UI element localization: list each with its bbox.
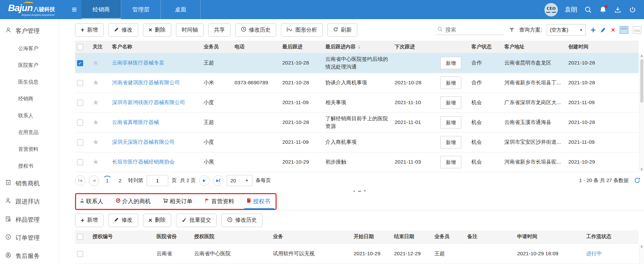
sidebar-item-dealer[interactable]: 经销商 bbox=[0, 90, 59, 107]
split-view-toggle[interactable] bbox=[620, 26, 628, 34]
goto-page-input[interactable] bbox=[147, 175, 168, 186]
auth-add-button[interactable]: + 新增 bbox=[75, 214, 104, 227]
menu-item-management[interactable]: 管理层 bbox=[121, 0, 161, 19]
sidebar-item-order-management[interactable]: ¥ 订单管理 bbox=[0, 229, 59, 247]
star-icon[interactable]: ★ bbox=[93, 79, 99, 86]
menu-item-desktop[interactable]: 桌面 bbox=[161, 0, 201, 19]
prev-page-button[interactable]: ◀ bbox=[89, 175, 99, 186]
tab-first-camp-data[interactable]: 首营资料 bbox=[205, 194, 234, 209]
scroll-up-icon[interactable]: ∧ bbox=[640, 244, 643, 249]
search-input[interactable] bbox=[445, 27, 499, 33]
sidebar-item-after-sales[interactable]: 售后服务 bbox=[0, 247, 59, 264]
star-icon[interactable]: ★ bbox=[93, 118, 99, 126]
notification-bell-icon[interactable] bbox=[599, 6, 607, 14]
tab-authorization[interactable]: 授权书 bbox=[246, 194, 270, 209]
row-checkbox[interactable] bbox=[77, 159, 83, 165]
table-row[interactable]: ✓ ★ 云南菲林医疗器械专卖 王超 2021-10-28 云南省中心医院签约后续… bbox=[75, 53, 639, 73]
sidebar-item-first-camp-data[interactable]: 首营资料 bbox=[0, 141, 59, 158]
query-plan-select[interactable]: (空方案) ▼ bbox=[547, 24, 586, 36]
scrollbar-thumb[interactable] bbox=[640, 59, 643, 103]
edit-plan-button[interactable] bbox=[600, 27, 606, 33]
auth-delete-button[interactable]: × 删除 bbox=[143, 214, 172, 227]
star-icon[interactable]: ★ bbox=[93, 138, 99, 146]
table-row[interactable]: ★ 云南省真唯医疗器械 王超 2021-10-28 了解经销商目前手上的医院资源… bbox=[75, 113, 639, 132]
table-row[interactable]: ★ 长垣市医疗器械经销商协会 小黑 2021-10-29 初步接触 2021-1… bbox=[75, 152, 639, 172]
auth-history-button[interactable]: 修改历史 bbox=[221, 214, 262, 227]
sidebar-item-public-customers[interactable]: 公海客户 bbox=[0, 40, 59, 57]
page-number-1[interactable]: 1 bbox=[103, 176, 112, 185]
sidebar-item-sample-management[interactable]: 样品管理 bbox=[0, 211, 59, 229]
row-add-button[interactable]: 新增 bbox=[440, 136, 461, 149]
table-row[interactable]: ★ 河南省健琪医疗器械有限公司 小米 0373-8690789 2021-10-… bbox=[75, 73, 639, 93]
row-add-button[interactable]: 新增 bbox=[440, 156, 461, 169]
star-icon[interactable]: ★ bbox=[93, 98, 99, 106]
sidebar-item-doctor-info[interactable]: 医生信息 bbox=[0, 74, 59, 90]
next-page-button[interactable]: ▶ bbox=[199, 175, 210, 186]
row-checkbox[interactable] bbox=[77, 120, 83, 126]
avatar[interactable]: CEO ∽∽ bbox=[544, 3, 558, 16]
customer-name-link[interactable]: 深圳市新鸿镁医疗器械有限公司 bbox=[112, 99, 185, 105]
delete-plan-button[interactable]: × bbox=[611, 27, 615, 33]
panel-splitter[interactable]: ▲ ▬ ▼ bbox=[75, 189, 644, 193]
row-add-button[interactable]: 新增 bbox=[440, 57, 461, 70]
workflow-status-link[interactable]: 进行中 bbox=[586, 251, 602, 256]
customer-name-link[interactable]: 云南菲林医疗器械专卖 bbox=[112, 60, 164, 65]
user-name[interactable]: 袁朗 bbox=[565, 5, 577, 14]
power-icon[interactable] bbox=[629, 6, 637, 14]
customer-name-link[interactable]: 深圳天深医疗器械有限公司 bbox=[112, 139, 175, 145]
row-checkbox[interactable] bbox=[77, 139, 83, 145]
collapse-up-icon[interactable]: ▲ bbox=[353, 189, 356, 192]
share-button[interactable]: 共享 bbox=[208, 23, 230, 37]
add-plan-button[interactable]: + bbox=[591, 26, 596, 34]
row-checkbox[interactable]: ✓ bbox=[77, 60, 83, 66]
timeline-button[interactable]: 时间轴 bbox=[176, 23, 204, 37]
col-last-content[interactable]: 最后跟进内容↓ bbox=[323, 41, 393, 53]
page-size-select[interactable]: 20 ▼ bbox=[227, 175, 252, 186]
scroll-down-icon[interactable]: ∨ bbox=[640, 167, 643, 172]
row-add-button[interactable]: 新增 bbox=[440, 96, 461, 109]
edit-history-button[interactable]: 修改历史 bbox=[235, 23, 276, 37]
row-checkbox[interactable] bbox=[77, 251, 83, 257]
customer-name-link[interactable]: 河南省健琪医疗器械有限公司 bbox=[112, 80, 180, 85]
edit-button[interactable]: 修改 bbox=[108, 23, 138, 37]
last-page-button[interactable]: ▶ bbox=[213, 175, 223, 186]
star-icon[interactable]: ★ bbox=[93, 59, 99, 67]
list-view-toggle[interactable] bbox=[633, 26, 641, 34]
customer-table-scrollbar[interactable]: ∧ ∨ bbox=[639, 54, 644, 172]
sidebar-item-customer-management[interactable]: 客户管理 bbox=[0, 22, 59, 40]
sidebar-item-hospital-customers[interactable]: 医院客户 bbox=[0, 57, 59, 74]
auth-table-row[interactable]: 云南省 云南省中心医院 试用软件可以无视 2021-10-29 2021-12-… bbox=[75, 244, 639, 264]
filter-funnel-icon[interactable] bbox=[509, 28, 514, 33]
row-add-button[interactable]: 新增 bbox=[440, 116, 461, 129]
row-checkbox[interactable] bbox=[77, 80, 83, 86]
row-checkbox[interactable] bbox=[77, 100, 83, 106]
table-row[interactable]: ★ 深圳市新鸿镁医疗器械有限公司 小度 2021-11-09 相关事项 2021… bbox=[75, 93, 639, 113]
auth-select-all-checkbox[interactable] bbox=[77, 234, 83, 240]
sidebar-item-sales-opportunity[interactable]: ¥ 销售商机 bbox=[0, 174, 59, 192]
hamburger-menu-icon[interactable]: ≡ bbox=[72, 4, 77, 15]
search-box[interactable] bbox=[435, 25, 504, 35]
scroll-up-icon[interactable]: ∧ bbox=[640, 54, 643, 58]
add-button[interactable]: + 新增 bbox=[75, 23, 104, 37]
delete-button[interactable]: × 删除 bbox=[143, 23, 172, 37]
sidebar-item-authorization[interactable]: 授权书 bbox=[0, 158, 59, 174]
refresh-list-icon[interactable] bbox=[634, 177, 641, 184]
tab-contacts[interactable]: 联系人 bbox=[79, 194, 103, 209]
splitter-bar-icon[interactable]: ▬ bbox=[358, 189, 361, 192]
collapse-down-icon[interactable]: ▼ bbox=[363, 189, 366, 192]
sort-down-icon[interactable]: ↓ bbox=[358, 44, 360, 49]
sidebar-item-contacts[interactable]: 联系人 bbox=[0, 107, 59, 124]
batch-submit-button[interactable]: ✓ 批量提交 bbox=[176, 214, 217, 227]
page-number-2[interactable]: 2 bbox=[115, 176, 125, 185]
tab-involved-opportunities[interactable]: 介入的商机 bbox=[115, 194, 151, 209]
first-page-button[interactable]: ◀ bbox=[75, 175, 85, 186]
customer-name-link[interactable]: 云南省真唯医疗器械 bbox=[112, 119, 159, 125]
row-add-button[interactable]: 新增 bbox=[440, 77, 461, 89]
chart-analysis-button[interactable]: 图形分析 bbox=[281, 23, 323, 37]
sidebar-item-competing-products[interactable]: 在用竞品 bbox=[0, 124, 59, 141]
auth-edit-button[interactable]: 修改 bbox=[108, 214, 138, 227]
tab-related-orders[interactable]: 相关订单 bbox=[163, 194, 192, 209]
menu-item-dealer[interactable]: 经销商 bbox=[81, 0, 121, 19]
refresh-button[interactable]: 刷新 bbox=[327, 23, 357, 37]
table-row[interactable]: ★ 深圳天深医疗器械有限公司 小度 2021-11-09 介入商机事项 新增 机… bbox=[75, 132, 639, 152]
